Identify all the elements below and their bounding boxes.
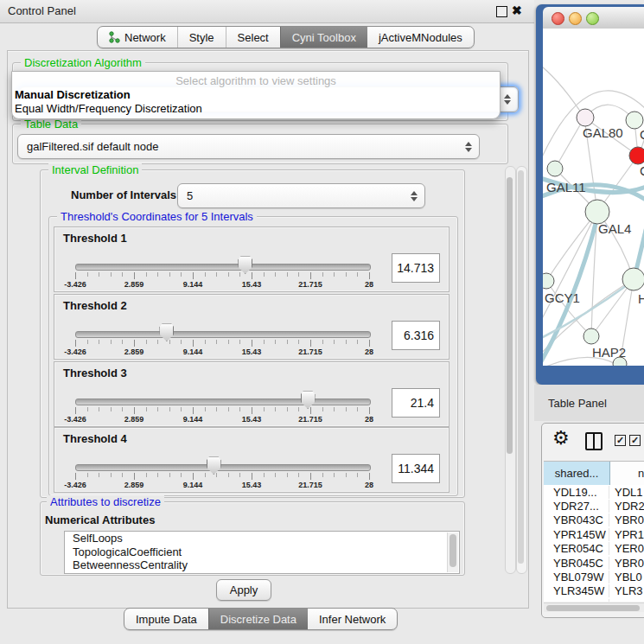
- network-node-c[interactable]: [629, 147, 644, 164]
- algorithm-option-equal-width[interactable]: Equal Width/Frequency Discretization: [15, 102, 202, 115]
- cell-shared-name[interactable]: YLR345W: [544, 584, 609, 597]
- outer-scrollbar[interactable]: [516, 166, 527, 574]
- split-columns-icon[interactable]: [585, 432, 603, 450]
- tab-discretize-data[interactable]: Discretize Data: [208, 609, 308, 629]
- network-edge[interactable]: [543, 63, 584, 118]
- attribute-item[interactable]: BetweennessCentrality: [65, 558, 459, 572]
- tab-network[interactable]: Network: [98, 27, 177, 48]
- cell-name[interactable]: YBR0: [609, 513, 644, 526]
- gear-icon[interactable]: ⚙: [552, 427, 570, 450]
- cell-name[interactable]: YLR3: [609, 584, 644, 597]
- network-node-hap2[interactable]: [583, 328, 599, 344]
- minimize-traffic-icon[interactable]: [569, 12, 582, 25]
- network-node-label: GAL80: [583, 125, 623, 140]
- cell-shared-name[interactable]: YBR045C: [544, 557, 609, 570]
- table-panel-box: ⚙ ✓ ✓ shared... n YDL19...YDL1YDR27...YD…: [541, 423, 644, 618]
- float-window-icon[interactable]: [496, 6, 507, 17]
- checkbox-icon[interactable]: ✓: [629, 435, 641, 446]
- tab-jactivemnodules[interactable]: jActiveMNodules: [367, 27, 474, 48]
- tab-label: Infer Network: [319, 613, 386, 626]
- threshold-slider[interactable]: -3.4262.8599.14415.4321.71528: [75, 362, 369, 426]
- cell-shared-name[interactable]: YIL052C: [544, 599, 609, 602]
- table-row[interactable]: YBR045CYBR0: [544, 556, 644, 570]
- slider-track[interactable]: [75, 399, 371, 405]
- control-panel-titlebar: Control Panel ✖: [0, 0, 534, 23]
- threshold-slider[interactable]: -3.4262.8599.14415.4321.71528: [75, 227, 369, 291]
- table-row[interactable]: YBR043CYBR0: [544, 513, 644, 527]
- slider-thumb[interactable]: [238, 256, 252, 274]
- cell-shared-name[interactable]: YDL19...: [544, 486, 609, 499]
- cell-shared-name[interactable]: YBL079W: [544, 571, 609, 583]
- algorithm-option-manual[interactable]: Manual Discretization: [15, 88, 131, 101]
- table-data-combobox[interactable]: galFiltered.sif default node: [17, 134, 480, 159]
- network-node-g[interactable]: [626, 112, 643, 129]
- slider-thumb[interactable]: [159, 323, 174, 341]
- table-row[interactable]: YPR145WYPR1: [544, 527, 644, 541]
- network-node-gal11[interactable]: [547, 161, 563, 176]
- table-row[interactable]: YLR345WYLR3: [544, 584, 644, 598]
- network-node-gcy1[interactable]: [543, 273, 554, 289]
- numerical-attributes-list[interactable]: SelfLoopsTopologicalCoefficientBetweenne…: [64, 531, 460, 574]
- table-rows: YDL19...YDL1YDR27...YDR2YBR043CYBR0YPR14…: [544, 485, 644, 602]
- tab-label: Network: [124, 31, 166, 44]
- tab-infer-network[interactable]: Infer Network: [308, 609, 397, 629]
- checkbox-icon[interactable]: ✓: [615, 435, 626, 446]
- network-canvas[interactable]: GAL80GCGAL11GAL4GCY1HHAP2: [543, 29, 644, 366]
- zoom-traffic-icon[interactable]: [586, 12, 599, 25]
- cell-name[interactable]: YPR1: [609, 528, 644, 541]
- table-row[interactable]: YIL052CYIL0: [544, 598, 644, 602]
- algorithm-popup: Select algorithm to view settings Manual…: [11, 71, 501, 119]
- cell-name[interactable]: YBL0: [609, 571, 644, 583]
- network-node-h[interactable]: [622, 268, 644, 290]
- network-node-label: H: [638, 291, 644, 306]
- attributes-scrollbar[interactable]: [447, 532, 458, 572]
- cell-shared-name[interactable]: YBR043C: [544, 513, 609, 526]
- slider-thumb[interactable]: [207, 456, 221, 475]
- table-row[interactable]: YDR27...YDR2: [544, 499, 644, 513]
- attribute-item[interactable]: SelfLoops: [65, 532, 459, 545]
- table-panel-title: Table Panel: [548, 397, 607, 410]
- cell-name[interactable]: YIL0: [609, 599, 644, 602]
- column-header-name[interactable]: n: [610, 462, 644, 485]
- tab-style[interactable]: Style: [177, 27, 226, 48]
- panel-scrollbar[interactable]: [505, 166, 516, 574]
- table-row[interactable]: YBL079WYBL0: [544, 570, 644, 583]
- number-of-intervals-combobox[interactable]: 5: [177, 183, 425, 208]
- threshold-value-field[interactable]: 21.4: [392, 388, 440, 418]
- combo-stepper-icon: [411, 191, 418, 201]
- slider-track[interactable]: [75, 464, 371, 471]
- cell-name[interactable]: YBR0: [609, 557, 644, 570]
- network-node-gal80[interactable]: [577, 109, 594, 126]
- network-node-gal4[interactable]: [585, 200, 609, 224]
- slider-thumb[interactable]: [301, 391, 316, 409]
- attribute-item[interactable]: TopologicalCoefficient: [65, 545, 459, 559]
- table-data-value: galFiltered.sif default node: [27, 140, 158, 153]
- tab-select[interactable]: Select: [226, 27, 280, 48]
- cell-shared-name[interactable]: YER054C: [544, 542, 609, 555]
- bottom-tabstrip: Impute DataDiscretize DataInfer Network: [124, 608, 398, 630]
- column-header-shared-name[interactable]: shared...: [544, 462, 610, 485]
- threshold-value-field[interactable]: 6.316: [392, 321, 440, 350]
- table-horizontal-scrollbar[interactable]: [544, 603, 644, 612]
- tab-cyni-toolbox[interactable]: Cyni Toolbox: [280, 27, 367, 48]
- table-row[interactable]: YER054CYER0: [544, 542, 644, 556]
- slider-track[interactable]: [75, 264, 371, 271]
- slider-tick-labels: -3.4262.8599.14415.4321.71528: [75, 348, 369, 358]
- table-row[interactable]: YDL19...YDL1: [544, 485, 644, 499]
- threshold-slider[interactable]: -3.4262.8599.14415.4321.71528: [75, 428, 369, 492]
- apply-button[interactable]: Apply: [216, 579, 271, 601]
- cell-shared-name[interactable]: YDR27...: [544, 500, 609, 513]
- cell-shared-name[interactable]: YPR145W: [544, 528, 609, 541]
- close-traffic-icon[interactable]: [552, 12, 564, 25]
- cell-name[interactable]: YER0: [609, 542, 644, 555]
- table-toolbar: ⚙ ✓ ✓: [542, 424, 644, 460]
- close-icon[interactable]: ✖: [512, 3, 522, 17]
- tab-impute-data[interactable]: Impute Data: [124, 609, 208, 629]
- cell-name[interactable]: YDR2: [609, 500, 644, 513]
- slider-track[interactable]: [75, 331, 371, 338]
- threshold-value-field[interactable]: 11.344: [392, 454, 440, 483]
- tab-label: Impute Data: [136, 613, 197, 626]
- threshold-value-field[interactable]: 14.713: [392, 253, 440, 283]
- cell-name[interactable]: YDL1: [609, 486, 644, 499]
- threshold-slider[interactable]: -3.4262.8599.14415.4321.71528: [75, 295, 369, 359]
